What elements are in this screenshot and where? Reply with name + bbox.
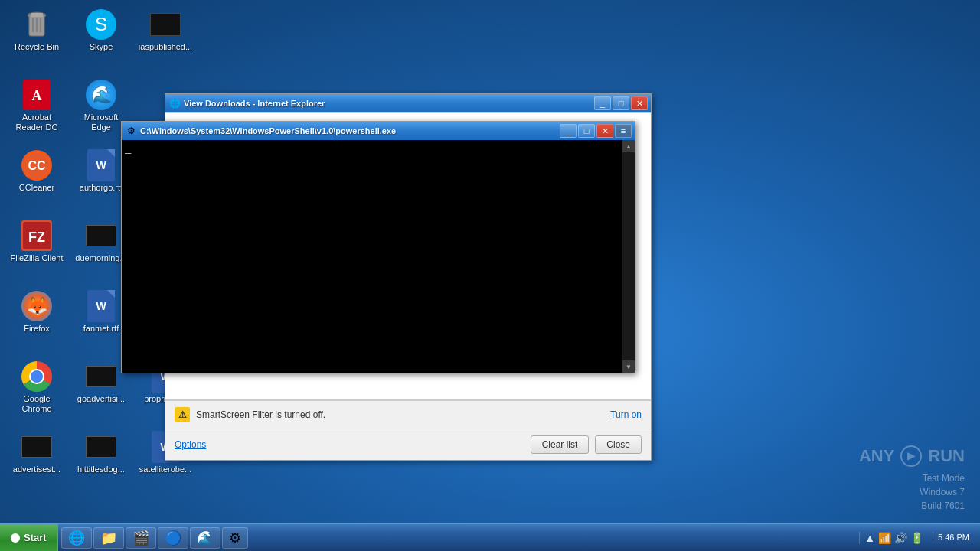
taskbar-chrome[interactable]: 🔵 bbox=[158, 527, 188, 549]
powershell-close-button[interactable]: ✕ bbox=[596, 124, 613, 138]
taskbar-right: ▲ 📶 🔊 🔋 5:46 PM bbox=[853, 524, 980, 551]
downloads-toolbar: Options Clear list Close bbox=[165, 429, 651, 460]
ccleaner-icon: CC bbox=[21, 150, 52, 181]
test-mode-os: Windows 7 bbox=[859, 485, 965, 499]
goadvertisi-label: goadvertisi... bbox=[77, 394, 125, 404]
tray-network-icon[interactable]: 📶 bbox=[878, 532, 891, 544]
authorgo-label: authorgo.rtf bbox=[80, 183, 122, 193]
advertisest-label: advertisest... bbox=[13, 465, 60, 474]
start-orb-icon bbox=[11, 533, 20, 543]
desktop-icon-iaspublished[interactable]: iaspublished... bbox=[135, 6, 196, 73]
powershell-terminal[interactable]: _ bbox=[122, 140, 635, 373]
edge-icon: 🌊 bbox=[86, 80, 116, 110]
taskbar-clock[interactable]: 5:46 PM bbox=[933, 532, 974, 543]
svg-rect-2 bbox=[31, 13, 43, 17]
taskbar-items: 🌐 📁 🎬 🔵 🌊 ⚙ bbox=[58, 524, 251, 551]
chrome-icon bbox=[21, 361, 52, 392]
advertisest-icon bbox=[21, 432, 52, 462]
desktop-icon-filezilla[interactable]: FZ FileZilla Client bbox=[6, 217, 67, 285]
desktop-icon-ccleaner[interactable]: CC CCleaner bbox=[6, 147, 67, 214]
iaspublished-label: iaspublished... bbox=[139, 42, 192, 52]
recycle-bin-icon bbox=[21, 9, 52, 40]
start-label: Start bbox=[24, 532, 47, 543]
filezilla-label: FileZilla Client bbox=[10, 253, 63, 263]
test-mode-label: Test Mode bbox=[859, 471, 965, 485]
start-button[interactable]: Start bbox=[0, 524, 58, 552]
desktop-icon-skype[interactable]: S Skype bbox=[70, 6, 132, 73]
turn-on-link[interactable]: Turn on bbox=[610, 409, 642, 420]
firefox-icon: 🦊 bbox=[21, 291, 52, 321]
skype-icon: S bbox=[86, 9, 116, 40]
close-button[interactable]: Close bbox=[595, 435, 642, 454]
downloads-window-controls: _ □ ✕ bbox=[594, 96, 648, 110]
authorgo-icon: W bbox=[86, 150, 116, 181]
taskbar: Start 🌐 📁 🎬 🔵 🌊 ⚙ ▲ 📶 🔊 🔋 5:46 PM bbox=[0, 523, 980, 551]
firefox-label: Firefox bbox=[24, 324, 50, 334]
skype-label: Skype bbox=[90, 42, 113, 52]
anyrun-run: RUN bbox=[928, 443, 965, 468]
tray-chevron-icon[interactable]: ▲ bbox=[864, 532, 875, 544]
fanmet-label: fanmet.rtf bbox=[83, 324, 119, 334]
tray-sound-icon[interactable]: 🔊 bbox=[894, 532, 907, 544]
goadvertisi-icon bbox=[86, 361, 116, 392]
desktop-icon-chrome[interactable]: Google Chrome bbox=[6, 358, 67, 425]
powershell-extra-button[interactable]: ≡ bbox=[615, 124, 632, 138]
satelliterobe-label: satelliterobe... bbox=[139, 465, 191, 474]
smartscreen-bar: ⚠ SmartScreen Filter is turned off. Turn… bbox=[165, 400, 651, 429]
desktop-icon-advertisest[interactable]: advertisest... bbox=[6, 429, 67, 496]
downloads-minimize-button[interactable]: _ bbox=[594, 96, 611, 110]
downloads-maximize-button[interactable]: □ bbox=[612, 96, 629, 110]
powershell-scroll-down[interactable]: ▼ bbox=[622, 360, 635, 373]
hittitlesdog-icon bbox=[86, 432, 116, 462]
taskbar-explorer[interactable]: 📁 bbox=[93, 527, 124, 549]
taskbar-media[interactable]: 🎬 bbox=[126, 527, 156, 549]
ccleaner-label: CCleaner bbox=[19, 183, 54, 193]
powershell-maximize-button[interactable]: □ bbox=[578, 124, 595, 138]
taskbar-edge[interactable]: 🌊 bbox=[190, 527, 220, 549]
duemorning-icon bbox=[86, 220, 116, 251]
powershell-window-controls: _ □ ✕ ≡ bbox=[560, 124, 632, 138]
powershell-title: C:\Windows\System32\WindowsPowerShell\v1… bbox=[140, 126, 557, 135]
powershell-titlebar[interactable]: ⚙ C:\Windows\System32\WindowsPowerShell\… bbox=[122, 122, 635, 140]
powershell-content: _ ▲ ▼ bbox=[122, 140, 635, 373]
options-link[interactable]: Options bbox=[175, 439, 524, 450]
powershell-minimize-button[interactable]: _ bbox=[560, 124, 577, 138]
desktop-icon-hittitlesdog[interactable]: hittitlesdog... bbox=[70, 429, 132, 496]
duemorning-label: duemorning... bbox=[75, 253, 126, 263]
desktop: Recycle Bin S Skype iaspublished... A bbox=[0, 0, 980, 551]
svg-text:FZ: FZ bbox=[28, 230, 45, 245]
iaspublished-icon bbox=[150, 9, 181, 40]
anyrun-play-icon: ▶ bbox=[900, 445, 922, 467]
anyrun-brand: ANY bbox=[859, 443, 894, 468]
desktop-icon-recycle-bin[interactable]: Recycle Bin bbox=[6, 6, 67, 73]
powershell-titlebar-icon: ⚙ bbox=[125, 125, 137, 137]
powershell-scroll-track[interactable] bbox=[622, 152, 635, 360]
hittitlesdog-label: hittitlesdog... bbox=[77, 465, 125, 474]
powershell-window: ⚙ C:\Windows\System32\WindowsPowerShell\… bbox=[121, 121, 635, 373]
acrobat-icon: A bbox=[21, 80, 52, 110]
desktop-icon-acrobat[interactable]: A Acrobat Reader DC bbox=[6, 77, 67, 144]
filezilla-icon: FZ bbox=[21, 220, 52, 251]
svg-text:A: A bbox=[32, 88, 42, 103]
svg-text:CC: CC bbox=[28, 159, 46, 172]
taskbar-ie[interactable]: 🌐 bbox=[61, 527, 92, 549]
test-mode-watermark: ANY ▶ RUN Test Mode Windows 7 Build 7601 bbox=[859, 443, 965, 513]
downloads-title: View Downloads - Internet Explorer bbox=[184, 99, 591, 108]
taskbar-ie2[interactable]: ⚙ bbox=[222, 527, 248, 549]
downloads-close-button[interactable]: ✕ bbox=[631, 96, 648, 110]
downloads-titlebar-icon: 🌐 bbox=[168, 97, 181, 109]
tray-battery-icon[interactable]: 🔋 bbox=[910, 532, 923, 544]
smartscreen-icon: ⚠ bbox=[175, 407, 190, 422]
downloads-titlebar[interactable]: 🌐 View Downloads - Internet Explorer _ □… bbox=[165, 94, 651, 112]
powershell-scrollbar: ▲ ▼ bbox=[622, 140, 635, 373]
clear-list-button[interactable]: Clear list bbox=[531, 435, 590, 454]
powershell-cursor: _ bbox=[125, 143, 131, 155]
acrobat-label: Acrobat Reader DC bbox=[9, 112, 64, 132]
desktop-icon-firefox[interactable]: 🦊 Firefox bbox=[6, 288, 67, 355]
chrome-label: Google Chrome bbox=[9, 394, 64, 414]
powershell-scroll-up[interactable]: ▲ bbox=[622, 140, 635, 152]
test-mode-build: Build 7601 bbox=[859, 499, 965, 513]
clock-time: 5:46 PM bbox=[938, 532, 969, 543]
fanmet-icon: W bbox=[86, 291, 116, 321]
system-tray: ▲ 📶 🔊 🔋 bbox=[859, 532, 928, 544]
